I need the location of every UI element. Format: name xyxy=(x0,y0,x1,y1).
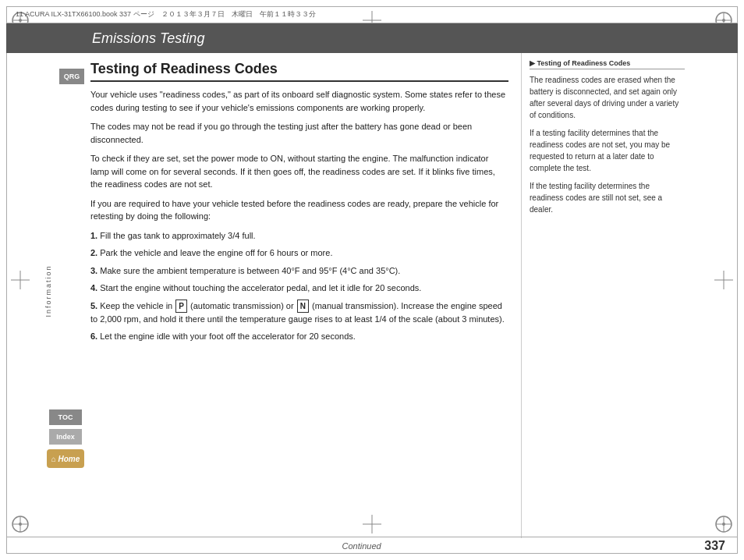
sidebar-paragraph-2: If a testing facility determines that th… xyxy=(530,127,685,174)
step-1: 1. Fill the gas tank to approximately 3/… xyxy=(90,229,508,243)
information-label: Information xyxy=(44,264,52,317)
left-sidebar: QRG Information TOC Index ⌂ Home xyxy=(6,53,84,538)
right-sidebar: ▶ Testing of Readiness Codes The readine… xyxy=(521,53,693,538)
transmission-n-box: N xyxy=(297,299,309,313)
paragraph-3: To check if they are set, set the power … xyxy=(90,152,508,191)
page-number: 337 xyxy=(704,539,725,553)
home-button[interactable]: ⌂ Home xyxy=(47,449,84,468)
steps-list: 1. Fill the gas tank to approximately 3/… xyxy=(90,229,508,343)
paragraph-2: The codes may not be read if you go thro… xyxy=(90,120,508,146)
qrg-badge: QRG xyxy=(59,69,84,84)
sidebar-arrow-icon: ▶ xyxy=(530,59,535,67)
header-bar: 11 ACURA ILX-31TX66100.book 337 ページ ２０１３… xyxy=(6,6,738,23)
step-3: 3. Make sure the ambient temperature is … xyxy=(90,264,508,278)
sidebar-section-title: ▶ Testing of Readiness Codes xyxy=(530,59,685,69)
sidebar-paragraph-3: If the testing facility determines the r… xyxy=(530,180,685,215)
transmission-p-box: P xyxy=(175,299,187,313)
file-info: 11 ACURA ILX-31TX66100.book 337 ページ ２０１３… xyxy=(16,9,316,19)
content-column: Testing of Readiness Codes Your vehicle … xyxy=(84,53,521,538)
paragraph-4: If you are required to have your vehicle… xyxy=(90,197,508,223)
step-4: 4. Start the engine without touching the… xyxy=(90,282,508,295)
toc-button[interactable]: TOC xyxy=(49,409,82,425)
step-2: 2. Park the vehicle and leave the engine… xyxy=(90,246,508,260)
continued-label: Continued xyxy=(19,541,704,551)
sidebar-paragraph-1: The readiness codes are erased when the … xyxy=(530,74,685,121)
page-title: Emissions Testing xyxy=(92,30,204,47)
title-section: Emissions Testing xyxy=(6,23,738,53)
footer: Continued 337 xyxy=(6,537,738,554)
index-button[interactable]: Index xyxy=(49,429,82,445)
step-5: 5. Keep the vehicle in P (automatic tran… xyxy=(90,299,508,326)
paragraph-1: Your vehicle uses "readiness codes," as … xyxy=(90,88,508,114)
section-title: Testing of Readiness Codes xyxy=(90,61,508,82)
step-6: 6. Let the engine idle with your foot of… xyxy=(90,330,508,343)
home-label: ⌂ Home xyxy=(51,455,80,463)
content-body: Your vehicle uses "readiness codes," as … xyxy=(90,88,508,343)
main-content: QRG Information TOC Index ⌂ Home Testing… xyxy=(6,53,738,538)
